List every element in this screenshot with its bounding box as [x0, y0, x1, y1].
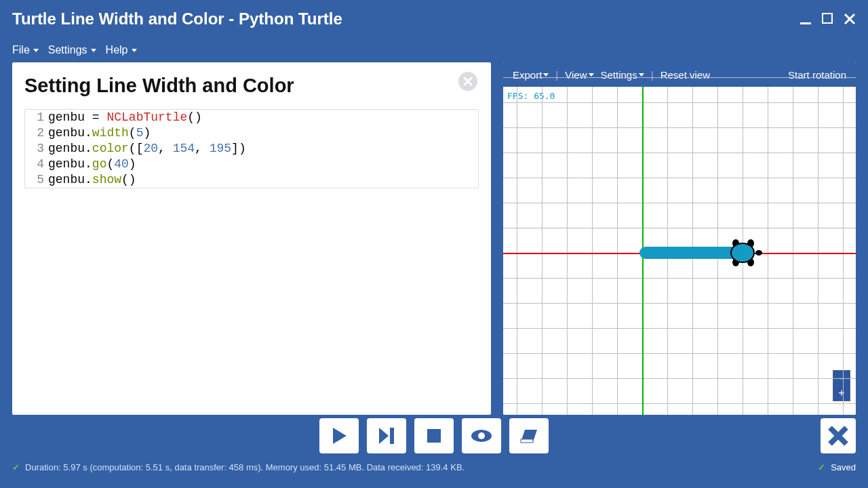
saved-label: Saved — [831, 462, 856, 472]
svg-marker-13 — [379, 428, 389, 444]
minimize-button[interactable] — [800, 13, 812, 25]
menubar: File Settings Help — [0, 38, 868, 62]
svg-point-10 — [755, 250, 762, 256]
check-icon: ✓ — [818, 462, 825, 472]
zoom-in-button[interactable]: + — [833, 386, 850, 401]
close-panel-button[interactable] — [458, 72, 477, 91]
svg-point-17 — [478, 432, 485, 439]
statusbar: ✓ Duration: 5.97 s (computation: 5.51 s,… — [0, 457, 868, 477]
turtle-canvas[interactable]: FPS: 65.0 - + — [503, 87, 856, 415]
chevron-down-icon — [91, 49, 96, 52]
maximize-button[interactable] — [822, 13, 834, 25]
chevron-down-icon — [33, 49, 39, 52]
window-controls — [800, 13, 856, 25]
close-button[interactable] — [821, 418, 856, 453]
code-line: 4genbu.go(40) — [25, 157, 478, 172]
panel-heading: Setting Line Width and Color — [24, 75, 479, 97]
titlebar: Turtle Line Width and Color - Python Tur… — [0, 0, 868, 38]
view-button[interactable] — [462, 418, 501, 453]
zoom-controls: - + — [833, 370, 850, 401]
step-button[interactable] — [367, 418, 406, 453]
erase-button[interactable] — [509, 418, 549, 453]
chevron-down-icon — [589, 73, 594, 77]
toolbar-settings[interactable]: Settings — [601, 69, 644, 81]
status-text: Duration: 5.97 s (computation: 5.51 s, d… — [25, 462, 465, 472]
chevron-down-icon — [132, 49, 137, 52]
svg-marker-12 — [333, 428, 347, 444]
workspace: Setting Line Width and Color 1genbu = NC… — [0, 62, 868, 415]
fps-display: FPS: 65.0 — [507, 91, 555, 101]
chevron-down-icon — [543, 73, 549, 77]
play-button[interactable] — [319, 418, 359, 453]
toolbar-view[interactable]: View — [565, 69, 593, 81]
menu-help[interactable]: Help — [106, 44, 137, 56]
svg-rect-0 — [800, 22, 811, 24]
separator: | — [555, 69, 558, 81]
svg-rect-14 — [390, 428, 394, 444]
canvas-toolbar: Export | View Settings | Reset view Star… — [503, 62, 856, 87]
window-close-button[interactable] — [844, 13, 856, 25]
chevron-down-icon — [639, 73, 644, 77]
window-title: Turtle Line Width and Color - Python Tur… — [12, 9, 800, 28]
toolbar-reset-view[interactable]: Reset view — [660, 69, 710, 81]
code-line: 2genbu.width(5) — [25, 125, 478, 141]
separator: | — [651, 69, 654, 81]
svg-rect-15 — [427, 429, 441, 443]
turtle-icon — [726, 238, 763, 268]
code-line: 5genbu.show() — [25, 172, 478, 188]
playback-controls — [0, 415, 868, 457]
code-panel: Setting Line Width and Color 1genbu = NC… — [12, 62, 491, 415]
menu-settings[interactable]: Settings — [48, 44, 96, 56]
stop-button[interactable] — [414, 418, 454, 453]
svg-rect-1 — [823, 14, 832, 23]
canvas-panel: Export | View Settings | Reset view Star… — [503, 62, 856, 415]
svg-point-11 — [731, 243, 754, 262]
svg-rect-19 — [521, 439, 533, 443]
toolbar-start-rotation[interactable]: Start rotation — [788, 69, 846, 81]
menu-file[interactable]: File — [12, 44, 39, 56]
toolbar-export[interactable]: Export — [513, 69, 549, 81]
code-line: 3genbu.color([20, 154, 195]) — [25, 141, 478, 157]
code-editor[interactable]: 1genbu = NCLabTurtle()2genbu.width(5)3ge… — [24, 109, 479, 188]
code-line: 1genbu = NCLabTurtle() — [25, 110, 478, 125]
check-icon: ✓ — [12, 462, 20, 472]
